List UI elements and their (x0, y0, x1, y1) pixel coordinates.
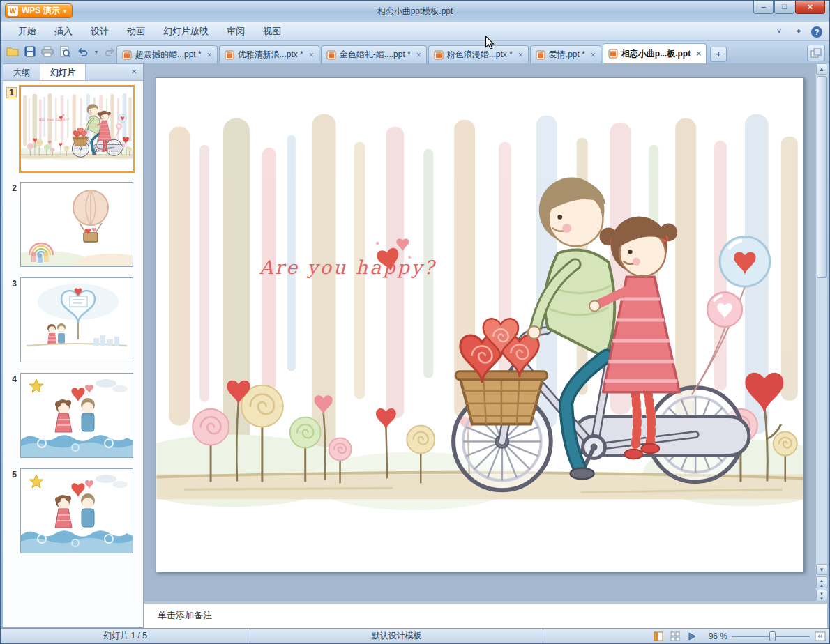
notes-placeholder: 单击添加备注 (158, 610, 212, 620)
wps-window: W WPS 演示 ▾ 相恋小曲ppt模板.ppt – □ × 开始 插入 设计 … (0, 0, 830, 644)
slide-thumbnail-2[interactable]: 2 (5, 182, 140, 267)
menu-item-insert[interactable]: 插入 (45, 22, 82, 41)
doc-tab-label: 超震撼的婚...ppt * (135, 49, 202, 61)
document-tabs: 超震撼的婚...ppt * × 优雅清新浪...ptx * × 金色婚礼-婚..… (116, 43, 727, 63)
new-tab-button[interactable]: + (710, 47, 727, 62)
thumbnail-image (20, 86, 133, 171)
normal-view-button[interactable] (652, 630, 665, 643)
doc-tab-1[interactable]: 超震撼的婚...ppt * × (116, 45, 218, 63)
doc-tab-4[interactable]: 粉色浪漫婚...ptx * × (428, 45, 529, 63)
tab-close-icon[interactable]: × (591, 52, 596, 59)
wps-logo-icon: W (8, 6, 18, 16)
fit-window-button[interactable] (814, 630, 827, 643)
tab-close-icon[interactable]: × (416, 52, 421, 59)
ppt-file-icon (326, 50, 336, 60)
slide-thumbnail-3[interactable]: 3 (5, 277, 140, 362)
zoom-slider[interactable] (732, 630, 810, 643)
panel-close-icon[interactable]: × (125, 64, 143, 80)
slide-sorter-icon (670, 631, 680, 641)
scroll-down-icon[interactable]: ▼ (816, 564, 827, 575)
slide-number: 2 (12, 183, 17, 193)
ppt-file-icon (536, 50, 545, 60)
thumbnail-image (20, 182, 133, 267)
menu-item-design[interactable]: 设计 (82, 22, 118, 41)
panel-tabs: 大纲 幻灯片 × (3, 64, 143, 81)
doc-tab-3[interactable]: 金色婚礼-婚....ppt * × (321, 45, 427, 63)
slide-panel: 大纲 幻灯片 × 1 2 3 4 5 (3, 63, 144, 628)
design-template: 默认设计模板 (250, 629, 543, 644)
slide-position: 幻灯片 1 / 5 (1, 629, 250, 644)
notes-pane[interactable]: 单击添加备注 (144, 601, 827, 629)
thumbnail-image (20, 373, 133, 458)
menu-item-view[interactable]: 视图 (254, 22, 290, 41)
wps-app-button[interactable]: W WPS 演示 ▾ (5, 3, 73, 18)
undo-icon (77, 46, 88, 57)
scroll-up-icon[interactable]: ▲ (816, 63, 827, 75)
menu-bar: 开始 插入 设计 动画 幻灯片放映 审阅 视图 ˅ ✦ ? (1, 22, 829, 41)
help-icon[interactable]: ? (811, 26, 822, 38)
slideshow-play-icon (687, 631, 697, 641)
maximize-button[interactable]: □ (774, 1, 794, 14)
save-button[interactable] (22, 44, 38, 59)
toolbar-row: ▾ 超震撼的婚...ppt * × 优雅清新浪...ptx * × 金色婚礼-婚… (1, 41, 829, 63)
slide-number: 3 (12, 279, 17, 289)
tab-close-icon[interactable]: × (696, 50, 701, 57)
close-button[interactable]: × (795, 1, 825, 14)
redo-button[interactable] (103, 44, 118, 59)
doc-tab-label: 金色婚礼-婚....ppt * (340, 49, 411, 61)
thumbnail-image (20, 468, 133, 553)
menu-item-review[interactable]: 审阅 (218, 22, 254, 41)
vertical-scrollbar[interactable]: ▲ ▼ ▲▲ ▼▼ (815, 63, 827, 601)
tab-outline[interactable]: 大纲 (3, 64, 40, 80)
app-menu-caret-icon: ▾ (63, 8, 67, 15)
tab-close-icon[interactable]: × (207, 52, 212, 59)
status-bar: 幻灯片 1 / 5 默认设计模板 96 % (1, 628, 829, 643)
menu-item-slideshow[interactable]: 幻灯片放映 (154, 22, 218, 41)
zoom-level[interactable]: 96 % (702, 631, 727, 641)
slide-number: 4 (12, 374, 17, 384)
ppt-file-icon (608, 49, 618, 59)
undo-dropdown-icon[interactable]: ▾ (92, 49, 100, 55)
previous-slide-button[interactable]: ▲▲ (816, 576, 827, 588)
print-icon (41, 46, 54, 57)
slide-number: 5 (12, 470, 17, 480)
slide-thumbnail-list: 1 2 3 4 5 (3, 81, 143, 627)
doc-tab-label: 优雅清新浪...ptx * (238, 49, 303, 61)
tab-close-icon[interactable]: × (518, 52, 523, 59)
slide-canvas[interactable] (156, 77, 804, 572)
normal-view-icon (654, 631, 663, 641)
ppt-file-icon (122, 50, 132, 60)
next-slide-button[interactable]: ▼▼ (816, 590, 827, 601)
skin-icon[interactable]: ✦ (792, 24, 806, 38)
titlebar[interactable]: W WPS 演示 ▾ 相恋小曲ppt模板.ppt – □ × (1, 1, 829, 22)
tab-close-icon[interactable]: × (309, 52, 314, 59)
doc-tab-5[interactable]: 爱情.ppt * × (530, 45, 601, 63)
app-button-label: WPS 演示 (22, 5, 60, 17)
print-button[interactable] (40, 44, 55, 59)
scrollbar-thumb[interactable] (817, 76, 827, 278)
tab-switcher-button[interactable] (807, 45, 825, 61)
menu-item-home[interactable]: 开始 (9, 22, 45, 41)
print-preview-button[interactable] (57, 44, 73, 59)
undo-button[interactable] (75, 44, 90, 59)
menu-item-animation[interactable]: 动画 (118, 22, 154, 41)
doc-tab-label: 爱情.ppt * (549, 49, 585, 61)
redo-icon (105, 46, 116, 57)
window-title: 相恋小曲ppt模板.ppt (140, 1, 690, 22)
open-button[interactable] (5, 44, 20, 59)
slide-sorter-button[interactable] (669, 630, 681, 643)
slide-thumbnail-5[interactable]: 5 (5, 468, 140, 553)
minimize-button[interactable]: – (753, 1, 774, 14)
tab-slides[interactable]: 幻灯片 (40, 64, 86, 80)
save-icon (24, 46, 36, 57)
doc-tab-2[interactable]: 优雅清新浪...ptx * × (219, 45, 319, 63)
slide-thumbnail-4[interactable]: 4 (5, 373, 140, 458)
doc-tab-6-active[interactable]: 相恋小曲p...板.ppt × (603, 43, 707, 63)
slide-edit-area: ▲ ▼ ▲▲ ▼▼ (144, 63, 827, 601)
collapse-ribbon-icon[interactable]: ˅ (772, 24, 786, 38)
tab-list-icon (810, 48, 822, 58)
slide-thumbnail-1[interactable]: 1 (5, 86, 140, 171)
print-preview-icon (59, 46, 70, 57)
slideshow-button[interactable] (686, 630, 698, 643)
zoom-slider-thumb[interactable] (769, 631, 776, 641)
